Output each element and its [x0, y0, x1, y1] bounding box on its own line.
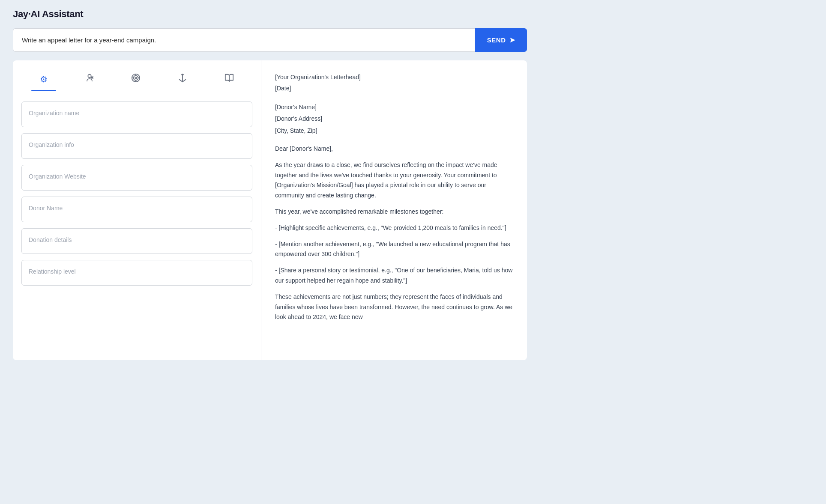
letter-milestone2: - [Mention another achievement, e.g., "W…: [275, 239, 513, 260]
letterhead: [Your Organization's Letterhead]: [275, 72, 513, 83]
app-title: Jay·AI Assistant: [13, 9, 813, 20]
letter-milestone3: - [Share a personal story or testimonial…: [275, 265, 513, 286]
left-panel: ⚙: [13, 60, 261, 360]
org-website-field[interactable]: Organization Website: [21, 165, 252, 191]
form-fields: Organization name Organization info Orga…: [21, 101, 252, 286]
donor-address: [Donor's Address]: [275, 114, 513, 124]
org-info-field[interactable]: Organization info: [21, 133, 252, 159]
svg-point-4: [135, 77, 137, 79]
org-name-field[interactable]: Organization name: [21, 101, 252, 127]
tabs-container: ⚙: [21, 69, 252, 91]
tab-person[interactable]: [76, 69, 103, 91]
letter-greeting: Dear [Donor's Name],: [275, 144, 513, 154]
tab-book[interactable]: [216, 69, 242, 91]
book-icon: [224, 73, 234, 85]
letter-milestones-intro: This year, we've accomplished remarkable…: [275, 207, 513, 217]
search-bar-container: SEND ➤: [13, 28, 527, 52]
send-arrow-icon: ➤: [509, 36, 515, 44]
svg-point-0: [88, 75, 91, 78]
tab-settings[interactable]: ⚙: [31, 70, 56, 90]
letter-milestone1: - [Highlight specific achievements, e.g.…: [275, 223, 513, 233]
svg-rect-10: [181, 74, 184, 75]
letter-para2: These achievements are not just numbers;…: [275, 292, 513, 322]
letter-date: [Date]: [275, 84, 513, 94]
letter-address: [Donor's Name] [Donor's Address] [City, …: [275, 102, 513, 136]
tab-timer[interactable]: [169, 69, 196, 91]
search-input[interactable]: [13, 28, 475, 52]
right-panel: [Your Organization's Letterhead] [Date] …: [261, 60, 527, 360]
letter-header: [Your Organization's Letterhead] [Date]: [275, 72, 513, 94]
letter-para1: As the year draws to a close, we find ou…: [275, 160, 513, 201]
city-state-zip: [City, State, Zip]: [275, 126, 513, 136]
letter-content: [Your Organization's Letterhead] [Date] …: [275, 72, 513, 322]
send-label: SEND: [487, 36, 506, 44]
svg-point-3: [134, 76, 138, 81]
settings-icon: ⚙: [40, 74, 48, 84]
timer-icon: [178, 73, 187, 85]
tab-target[interactable]: [123, 69, 149, 91]
send-button[interactable]: SEND ➤: [475, 28, 527, 52]
donor-name-field[interactable]: Donor Name: [21, 197, 252, 222]
donor-name-line: [Donor's Name]: [275, 102, 513, 113]
relationship-level-field[interactable]: Relationship level: [21, 260, 252, 286]
target-icon: [131, 73, 141, 85]
person-icon: [85, 73, 94, 85]
donation-details-field[interactable]: Donation details: [21, 228, 252, 254]
main-panel: ⚙: [13, 60, 527, 360]
